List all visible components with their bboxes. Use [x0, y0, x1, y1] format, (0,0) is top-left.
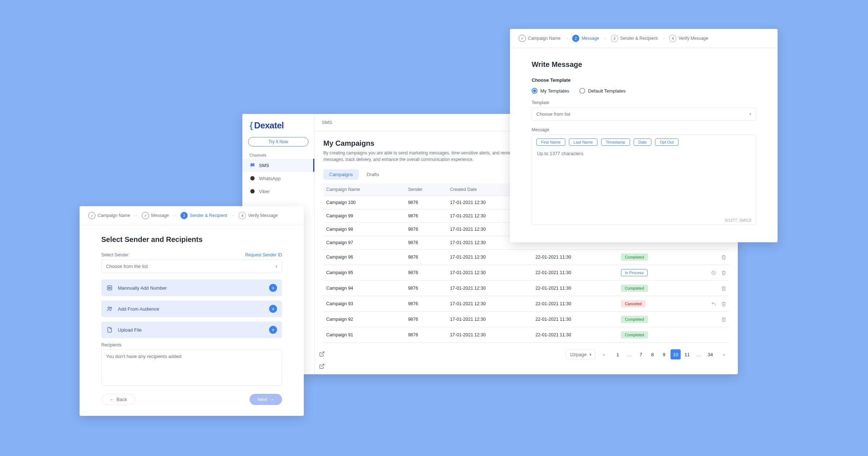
step-2[interactable]: Message [142, 212, 169, 219]
status-cell: Completed [618, 281, 686, 296]
trash-icon[interactable] [721, 270, 726, 276]
try-it-now-button[interactable]: Try It Now [248, 137, 309, 146]
message-box: First NameLast NameTimestampDateOpt Out … [532, 135, 756, 225]
page-1[interactable]: 1 [613, 349, 623, 359]
table-row[interactable]: Campaign 93987617-01-2021 12:3022-01-202… [323, 296, 729, 312]
svg-point-7 [108, 307, 110, 309]
table-row[interactable]: Campaign 91987617-01-2021 12:3022-01-202… [323, 327, 729, 343]
prev-page-button[interactable]: ‹ [599, 349, 609, 359]
tab-drafts[interactable]: Drafts [361, 169, 385, 180]
cell: 9876 [405, 281, 447, 296]
action-label: Mannually Add Number [118, 285, 167, 291]
cell: Campaign 94 [323, 281, 405, 296]
actions-cell [686, 312, 729, 327]
chevron-down-icon: ▾ [590, 353, 591, 357]
page-10[interactable]: 10 [671, 349, 681, 359]
radio-my-templates[interactable]: My Templates [532, 88, 569, 94]
stepper: Campaign Name→Message→3Sender & Recipien… [80, 206, 304, 225]
next-button[interactable]: Next → [250, 394, 282, 405]
chevron-down-icon: ▾ [749, 112, 751, 116]
section-title: Write Message [532, 60, 756, 69]
table-row[interactable]: Campaign 95987617-01-2021 12:3022-01-202… [323, 265, 729, 281]
step-3[interactable]: 3Sender & Recipient [180, 212, 227, 219]
action-number[interactable]: Mannually Add Number + [101, 280, 282, 296]
cell: Campaign 93 [323, 296, 405, 312]
sender-select[interactable]: Choose from the list ▾ [101, 260, 282, 273]
undo-icon[interactable] [711, 301, 716, 307]
table-row[interactable]: Campaign 92987617-01-2021 12:3022-01-202… [323, 312, 729, 327]
next-page-button[interactable]: › [719, 349, 729, 359]
viber-icon [250, 188, 255, 194]
stop-icon[interactable] [711, 270, 716, 276]
step-1[interactable]: Campaign Name [88, 212, 130, 219]
tag-timestamp[interactable]: Timestamp [601, 138, 630, 146]
step-label: Sender & Recipient [620, 36, 658, 41]
page-9[interactable]: 9 [659, 349, 669, 359]
request-sender-id-link[interactable]: Request Sender ID [245, 252, 282, 257]
status-badge: Completed [621, 331, 648, 338]
select-sender-label: Select Sender [101, 252, 128, 257]
cell: 17-01-2021 12:30 [447, 296, 532, 312]
step-label: Campaign Name [528, 36, 561, 41]
nav-viber[interactable]: Viber [242, 185, 314, 198]
page-34[interactable]: 34 [705, 349, 715, 359]
tag-date[interactable]: Date [634, 138, 651, 146]
back-button[interactable]: ← Back [101, 394, 135, 405]
cell: 9876 [405, 196, 447, 209]
cell: Campaign 92 [323, 312, 405, 327]
logo-brace-icon: { [250, 120, 253, 131]
template-select[interactable]: Choose from list ▾ [532, 107, 756, 121]
nav-sms[interactable]: SMS [242, 159, 314, 172]
radio-icon [579, 88, 585, 94]
tag-opt-out[interactable]: Opt Out [655, 138, 678, 146]
action-audience[interactable]: Add From Audience + [101, 301, 282, 317]
step-number-icon: 4 [239, 212, 246, 219]
tag-last-name[interactable]: Last Name [569, 138, 597, 146]
step-4[interactable]: 4Verify Message [239, 212, 278, 219]
sender-select-placeholder: Choose from the list [106, 264, 148, 269]
actions-cell [686, 327, 729, 343]
message-textarea[interactable]: Up to 1377 characters [532, 146, 756, 216]
actions-cell [686, 296, 729, 312]
page-size-select[interactable]: 10/page ▾ [566, 350, 595, 359]
step-3[interactable]: 3Sender & Recipient [611, 35, 658, 42]
trash-icon[interactable] [721, 285, 726, 291]
step-label: Message [582, 36, 599, 41]
actions-cell [686, 281, 729, 296]
pagination-ellipsis: … [694, 349, 704, 359]
trash-icon[interactable] [721, 316, 726, 323]
step-number-icon: 3 [611, 35, 618, 42]
page-11[interactable]: 11 [682, 349, 692, 359]
status-badge: Completed [621, 253, 648, 261]
tag-first-name[interactable]: First Name [536, 138, 565, 146]
cell: Campaign 99 [323, 209, 405, 223]
arrow-right-icon: → [231, 213, 235, 218]
cell: 22-01-2021 11:30 [532, 281, 618, 296]
radio-default-templates[interactable]: Default Templates [579, 88, 626, 94]
trash-icon[interactable] [721, 254, 726, 260]
step-2[interactable]: 2Message [572, 35, 599, 42]
recipients-textarea[interactable]: You don't have any recipients added [101, 350, 282, 386]
actions-cell [686, 250, 729, 265]
table-row[interactable]: Campaign 94987617-01-2021 12:3022-01-202… [323, 281, 729, 296]
step-label: Campaign Name [98, 213, 130, 218]
cell: 9876 [405, 223, 447, 236]
page-8[interactable]: 8 [647, 349, 658, 359]
page-7[interactable]: 7 [636, 349, 646, 359]
step-1[interactable]: Campaign Name [519, 35, 561, 42]
status-cell: Canceled [618, 296, 686, 312]
step-number-icon: 3 [180, 212, 188, 219]
template-select-placeholder: Choose from list [536, 111, 570, 117]
plus-icon: + [269, 284, 277, 292]
arrow-right-icon: → [603, 36, 607, 41]
tab-campaigns[interactable]: Campaigns [323, 169, 359, 180]
action-file[interactable]: Upload File + [101, 321, 282, 338]
arrow-right-icon: → [134, 213, 138, 218]
nav-whatsapp[interactable]: WhatsApp [242, 172, 314, 185]
table-row[interactable]: Campaign 96987617-01-2021 12:3022-01-202… [323, 250, 729, 265]
cell: 9876 [405, 209, 447, 223]
trash-icon[interactable] [721, 301, 726, 307]
column-header: Sender [405, 183, 447, 196]
template-field-label: Template [532, 100, 756, 105]
step-4[interactable]: 4Verify Message [669, 35, 708, 42]
